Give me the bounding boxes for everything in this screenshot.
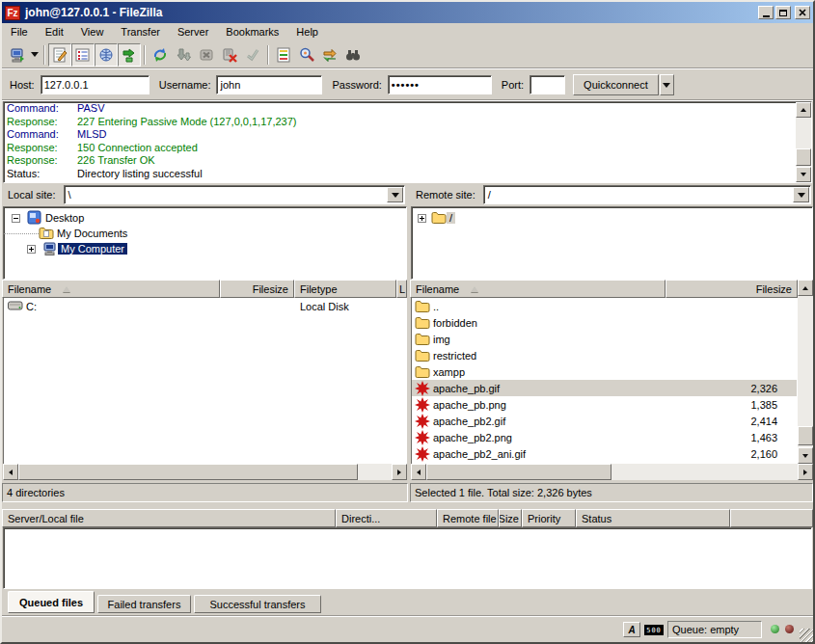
scrollbar-thumb[interactable] — [426, 464, 611, 480]
local-tree: Desktop My Documents My Computer — [3, 206, 407, 280]
column-header-filesize[interactable]: Filesize — [220, 280, 294, 298]
log-scrollbar[interactable] — [796, 102, 811, 182]
port-input[interactable] — [530, 75, 565, 94]
expand-icon[interactable] — [418, 214, 426, 223]
column-header-filename[interactable]: Filename — [2, 280, 220, 298]
quickconnect-button[interactable]: Quickconnect — [573, 74, 659, 95]
menu-file[interactable]: File — [2, 24, 37, 40]
tree-item-my-documents[interactable]: My Documents — [4, 226, 406, 241]
file-row-selected[interactable]: apache_pb.gif2,326 — [412, 380, 797, 396]
speed-limit-icon[interactable]: 500 — [644, 625, 664, 635]
scrollbar-thumb[interactable] — [18, 464, 358, 480]
titlebar[interactable]: Fz john@127.0.0.1 - FileZilla — [2, 2, 813, 23]
scroll-left-button[interactable] — [411, 464, 426, 480]
file-row[interactable]: apache_pb2.png1,463 — [412, 429, 797, 445]
file-name: .. — [430, 301, 439, 312]
local-site-combo[interactable]: \ — [64, 185, 405, 204]
scroll-down-button[interactable] — [798, 447, 813, 464]
file-row[interactable]: xampp — [412, 363, 797, 380]
file-row[interactable]: apache_pb2.gif2,414 — [412, 413, 797, 429]
toggle-queue-button[interactable] — [118, 43, 141, 67]
transfer-type-icon[interactable]: A — [623, 622, 640, 637]
column-header-size[interactable]: Size — [499, 509, 522, 527]
password-input[interactable] — [388, 75, 492, 94]
menu-bookmarks[interactable]: Bookmarks — [217, 24, 287, 40]
local-list-header: Filename Filesize Filetype L — [2, 280, 407, 298]
password-label: Password: — [332, 79, 381, 91]
username-input[interactable] — [216, 75, 322, 94]
toggle-message-log-button[interactable] — [48, 43, 71, 67]
message-log-icon — [52, 47, 68, 63]
synchronized-browsing-button[interactable] — [318, 43, 341, 67]
column-header-server-local-file[interactable]: Server/Local file — [2, 509, 336, 527]
host-input[interactable] — [41, 75, 149, 94]
close-button[interactable] — [795, 6, 810, 19]
resize-grip[interactable] — [800, 629, 813, 642]
column-header-lastmodified[interactable]: L — [396, 280, 407, 298]
column-header-priority[interactable]: Priority — [522, 509, 576, 527]
column-header-direction[interactable]: Directi... — [336, 509, 437, 527]
menu-edit[interactable]: Edit — [37, 24, 72, 40]
cancel-button[interactable] — [195, 43, 218, 67]
file-row[interactable]: img — [412, 331, 797, 347]
process-queue-button[interactable] — [172, 43, 195, 67]
reconnect-button[interactable] — [241, 43, 264, 67]
site-manager-button[interactable] — [6, 43, 29, 67]
computer-icon — [42, 241, 58, 256]
remote-vertical-scrollbar[interactable] — [798, 280, 813, 464]
image-file-icon — [415, 397, 430, 413]
file-row[interactable]: .. — [412, 298, 797, 314]
local-horizontal-scrollbar[interactable] — [3, 464, 407, 480]
remote-site-combo[interactable]: / — [483, 185, 811, 204]
scrollbar-thumb[interactable] — [798, 426, 813, 445]
quickconnect-dropdown-button[interactable] — [660, 74, 674, 95]
remote-site-label: Remote site: — [410, 189, 483, 201]
column-header-status[interactable]: Status — [576, 509, 730, 527]
scroll-up-button[interactable] — [796, 102, 811, 118]
disconnect-button[interactable] — [218, 43, 241, 67]
find-files-button[interactable] — [341, 43, 365, 67]
remote-site-dropdown-button[interactable] — [793, 187, 809, 202]
directory-comparison-button[interactable] — [295, 43, 318, 67]
filter-button[interactable] — [272, 43, 295, 67]
scrollbar-thumb[interactable] — [796, 148, 811, 166]
file-row[interactable]: C: Local Disk — [4, 298, 406, 314]
scroll-left-button[interactable] — [3, 464, 18, 480]
column-header-filetype[interactable]: Filetype — [294, 280, 396, 298]
expand-icon[interactable] — [27, 245, 36, 254]
file-row[interactable]: apache_pb2_ani.gif2,160 — [412, 445, 797, 462]
image-file-icon — [415, 430, 430, 445]
scroll-right-button[interactable] — [392, 464, 407, 480]
column-header-filename[interactable]: Filename — [410, 280, 666, 298]
scroll-up-button[interactable] — [798, 280, 813, 296]
file-row[interactable]: restricted — [412, 347, 797, 363]
column-header-remote-file[interactable]: Remote file — [437, 509, 499, 527]
site-manager-dropdown-button[interactable] — [29, 43, 41, 67]
menu-view[interactable]: View — [72, 24, 113, 40]
minimize-button[interactable] — [758, 6, 774, 19]
tab-successful-transfers[interactable]: Successful transfers — [194, 595, 321, 613]
column-header-filesize[interactable]: Filesize — [666, 280, 798, 298]
toolbar-separator — [144, 45, 146, 65]
scroll-down-button[interactable] — [796, 167, 811, 182]
menu-help[interactable]: Help — [287, 24, 327, 40]
tree-item-root[interactable]: / — [412, 210, 812, 226]
file-row[interactable]: forbidden — [412, 314, 797, 331]
scroll-right-button[interactable] — [798, 464, 813, 480]
menu-server[interactable]: Server — [169, 24, 217, 40]
collapse-icon[interactable] — [12, 214, 20, 223]
maximize-button[interactable] — [775, 6, 791, 19]
tab-queued-files[interactable]: Queued files — [8, 591, 95, 613]
tree-item-my-computer[interactable]: My Computer — [4, 241, 406, 256]
toggle-local-tree-button[interactable] — [71, 43, 95, 67]
remote-horizontal-scrollbar[interactable] — [411, 464, 813, 480]
file-row[interactable]: apache_pb.png1,385 — [412, 396, 797, 413]
local-site-dropdown-button[interactable] — [387, 187, 403, 202]
tab-failed-transfers[interactable]: Failed transfers — [97, 595, 191, 613]
toggle-remote-tree-button[interactable] — [95, 43, 118, 67]
sort-ascending-icon — [63, 286, 70, 292]
transfer-queue-list[interactable] — [3, 527, 812, 589]
refresh-button[interactable] — [149, 43, 172, 67]
tree-item-desktop[interactable]: Desktop — [4, 210, 406, 226]
menu-transfer[interactable]: Transfer — [112, 24, 169, 40]
